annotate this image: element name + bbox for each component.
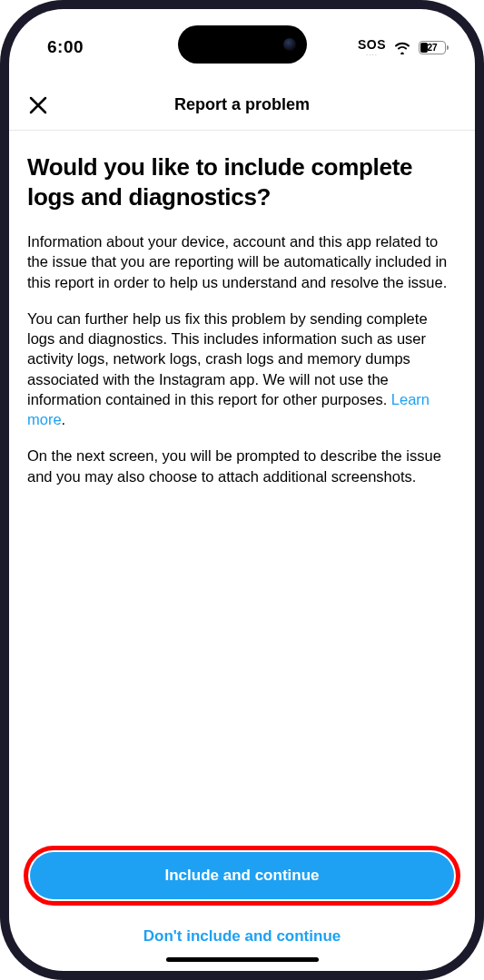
- status-time: 6:00: [47, 37, 84, 57]
- page-title: Report a problem: [174, 95, 310, 114]
- highlight-annotation: Include and continue: [24, 846, 460, 906]
- paragraph-2: You can further help us fix this problem…: [27, 309, 457, 430]
- camera-lens: [283, 38, 296, 51]
- dynamic-island: [178, 25, 307, 64]
- include-and-continue-button[interactable]: Include and continue: [30, 852, 454, 899]
- content: Would you like to include complete logs …: [9, 131, 475, 846]
- sos-indicator: SOS ....: [358, 38, 386, 57]
- paragraph-3: On the next screen, you will be prompted…: [27, 446, 457, 486]
- paragraph-2-suffix: .: [62, 411, 66, 427]
- wifi-icon: [393, 41, 411, 54]
- battery-icon: 27: [419, 41, 446, 54]
- screen: 6:00 SOS .... 27: [9, 9, 475, 971]
- nav-header: Report a problem: [9, 80, 475, 131]
- volume-down-button: [0, 313, 1, 375]
- heading: Would you like to include complete logs …: [27, 152, 457, 211]
- dont-include-and-continue-button[interactable]: Don't include and continue: [24, 918, 460, 955]
- volume-up-button: [0, 231, 1, 293]
- close-button[interactable]: [24, 91, 53, 120]
- paragraph-1: Information about your device, account a…: [27, 231, 457, 292]
- paragraph-2-text: You can further help us fix this problem…: [27, 310, 428, 407]
- side-button: [0, 159, 1, 193]
- home-indicator[interactable]: [166, 957, 319, 962]
- close-icon: [28, 95, 48, 115]
- status-indicators: SOS .... 27: [358, 38, 446, 57]
- button-area: Include and continue Don't include and c…: [9, 846, 475, 971]
- phone-frame: 6:00 SOS .... 27: [0, 0, 484, 980]
- battery-percent: 27: [420, 42, 445, 54]
